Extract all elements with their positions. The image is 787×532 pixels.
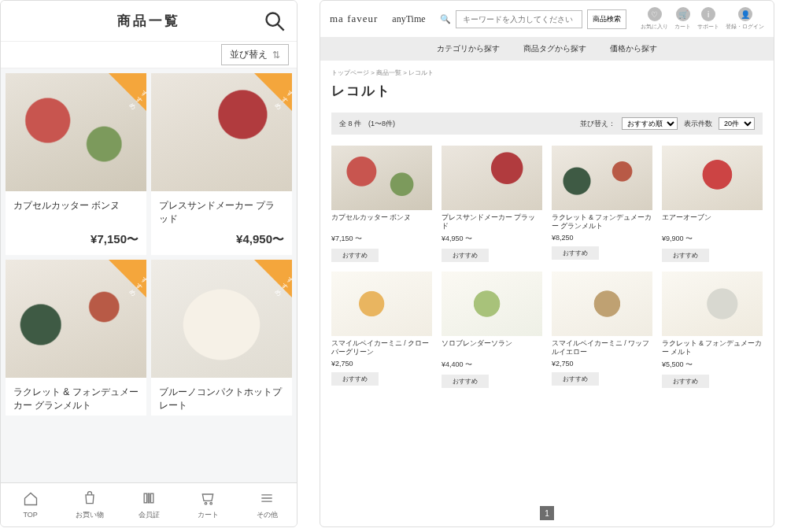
recommend-ribbon: おすすめ xyxy=(254,73,292,111)
icon-label: 登録・ログイン xyxy=(726,23,764,31)
product-thumb xyxy=(552,272,652,336)
sort-label: 並び替え xyxy=(230,48,268,61)
product-thumb xyxy=(442,272,542,336)
perpage-select[interactable]: 20件 xyxy=(719,117,755,130)
desktop-header: ma faveur anyTime 🔍 商品検索 ♡お気に入り🛒カートiサポート… xyxy=(320,1,774,37)
recommend-ribbon: おすすめ xyxy=(254,260,292,297)
recommend-tag: おすすめ xyxy=(331,372,379,386)
logo-primary[interactable]: ma faveur xyxy=(330,13,378,25)
product-thumb: おすすめ xyxy=(6,73,146,191)
product-thumb: おすすめ xyxy=(6,260,146,378)
category-nav: カテゴリから探す商品タグから探す価格から探す xyxy=(320,37,774,61)
recommend-tag: おすすめ xyxy=(552,372,599,386)
header-icon-group: ♡お気に入り🛒カートiサポート👤登録・ログイン xyxy=(641,7,764,31)
product-card[interactable]: ラクレット & フォンデュメーカー メルト¥5,500 〜おすすめ xyxy=(662,272,763,388)
icon-label: お気に入り xyxy=(641,23,668,31)
product-card[interactable]: おすすめラクレット & フォンデュメーカー グランメルト xyxy=(6,260,146,416)
icon-glyph: ♡ xyxy=(648,7,662,21)
tab-icon xyxy=(141,490,157,508)
product-thumb: おすすめ xyxy=(151,260,292,378)
tab-お買い物[interactable]: お買い物 xyxy=(60,483,119,526)
icon-glyph: i xyxy=(701,7,715,21)
product-name: ラクレット & フォンデュメーカー メルト xyxy=(662,339,763,357)
product-price: ¥7,150 〜 xyxy=(331,234,432,244)
product-name: ブルーノコンパクトホットプレート xyxy=(151,378,292,416)
result-count: 全 8 件 (1〜8件) xyxy=(339,119,395,129)
svg-point-5 xyxy=(205,502,207,504)
sort-select[interactable]: おすすめ順 xyxy=(622,117,678,130)
product-card[interactable]: スマイルベイカーミニ / クローバーグリーン¥2,750おすすめ xyxy=(331,272,432,388)
tab-カート[interactable]: カート xyxy=(179,483,238,526)
header-icon-登録・ログイン[interactable]: 👤登録・ログイン xyxy=(726,7,764,31)
product-name: スマイルベイカーミニ / ワッフルイエロー xyxy=(552,339,652,357)
desktop-product-grid: カプセルカッター ボンヌ¥7,150 〜おすすめプレスサンドメーカー プラッド¥… xyxy=(320,135,774,399)
tab-TOP[interactable]: TOP xyxy=(1,483,60,526)
icon-label: サポート xyxy=(697,23,719,31)
svg-point-6 xyxy=(210,502,212,504)
sort-row: 並び替え ⇅ xyxy=(1,42,297,68)
tab-その他[interactable]: その他 xyxy=(238,483,297,526)
svg-point-0 xyxy=(267,13,279,26)
product-card[interactable]: エアーオーブン¥9,900 〜おすすめ xyxy=(662,146,763,262)
nav-item[interactable]: カテゴリから探す xyxy=(437,43,500,54)
product-price: ¥4,400 〜 xyxy=(442,360,542,370)
svg-line-1 xyxy=(278,24,284,31)
recommend-tag: おすすめ xyxy=(662,249,709,262)
product-name: ラクレット & フォンデュメーカー グランメルト xyxy=(552,213,652,231)
product-thumb xyxy=(442,146,542,210)
tab-label: その他 xyxy=(257,510,278,520)
page-current[interactable]: 1 xyxy=(540,506,554,520)
nav-item[interactable]: 価格から探す xyxy=(610,43,657,54)
search-form: 🔍 商品検索 xyxy=(440,9,626,29)
product-price: ¥4,950〜 xyxy=(151,229,292,255)
search-icon[interactable] xyxy=(264,10,286,32)
product-card[interactable]: ソロブレンダーソラン¥4,400 〜おすすめ xyxy=(442,272,542,388)
product-name: カプセルカッター ボンヌ xyxy=(331,213,432,231)
search-input[interactable] xyxy=(456,10,582,28)
product-thumb xyxy=(331,146,432,210)
breadcrumb[interactable]: トップページ > 商品一覧 > レコルト xyxy=(320,61,774,77)
icon-glyph: 👤 xyxy=(738,7,752,21)
header-icon-お気に入り[interactable]: ♡お気に入り xyxy=(641,7,668,31)
product-card[interactable]: プレスサンドメーカー プラッド¥4,950 〜おすすめ xyxy=(442,146,542,262)
product-card[interactable]: おすすめプレスサンドメーカー プラッド¥4,950〜 xyxy=(151,73,292,255)
sort-icon: ⇅ xyxy=(272,50,280,61)
product-name: プレスサンドメーカー プラッド xyxy=(442,213,542,231)
perpage-label: 表示件数 xyxy=(684,119,712,129)
mobile-frame: 商品一覧 並び替え ⇅ おすすめカプセルカッター ボンヌ¥7,150〜おすすめプ… xyxy=(0,0,297,527)
header-icon-カート[interactable]: 🛒カート xyxy=(674,7,691,31)
product-thumb xyxy=(662,272,763,336)
product-card[interactable]: おすすめカプセルカッター ボンヌ¥7,150〜 xyxy=(6,73,146,255)
pagination: 1 xyxy=(320,506,774,520)
nav-item[interactable]: 商品タグから探す xyxy=(523,43,586,54)
product-price: ¥2,750 xyxy=(331,360,432,368)
svg-rect-2 xyxy=(144,493,146,503)
desktop-frame: ma faveur anyTime 🔍 商品検索 ♡お気に入り🛒カートiサポート… xyxy=(320,0,774,527)
sort-button[interactable]: 並び替え ⇅ xyxy=(221,44,289,65)
recommend-tag: おすすめ xyxy=(442,249,489,262)
list-controls: 全 8 件 (1〜8件) 並び替え： おすすめ順 表示件数 20件 xyxy=(331,113,763,135)
tab-label: カート xyxy=(198,510,219,520)
logo-secondary[interactable]: anyTime xyxy=(392,13,425,25)
recommend-tag: おすすめ xyxy=(331,249,379,262)
product-card[interactable]: スマイルベイカーミニ / ワッフルイエロー¥2,750おすすめ xyxy=(552,272,652,388)
tab-label: 会員証 xyxy=(139,510,160,520)
tab-会員証[interactable]: 会員証 xyxy=(119,483,178,526)
product-card[interactable]: ラクレット & フォンデュメーカー グランメルト¥8,250おすすめ xyxy=(552,146,652,262)
tab-label: お買い物 xyxy=(76,510,104,520)
search-button[interactable]: 商品検索 xyxy=(587,9,626,29)
tab-icon xyxy=(23,491,39,508)
product-card[interactable]: カプセルカッター ボンヌ¥7,150 〜おすすめ xyxy=(331,146,432,262)
product-thumb xyxy=(331,272,432,336)
product-name: ソロブレンダーソラン xyxy=(442,339,542,357)
recommend-ribbon: おすすめ xyxy=(109,260,146,297)
search-icon: 🔍 xyxy=(440,14,451,24)
tab-icon xyxy=(200,490,216,508)
product-price: ¥4,950 〜 xyxy=(442,234,542,244)
header-icon-サポート[interactable]: iサポート xyxy=(697,7,719,31)
product-price: ¥9,900 〜 xyxy=(662,234,763,244)
product-card[interactable]: おすすめブルーノコンパクトホットプレート xyxy=(151,260,292,416)
icon-label: カート xyxy=(674,23,691,31)
product-name: スマイルベイカーミニ / クローバーグリーン xyxy=(331,339,432,357)
mobile-header: 商品一覧 xyxy=(1,1,297,42)
